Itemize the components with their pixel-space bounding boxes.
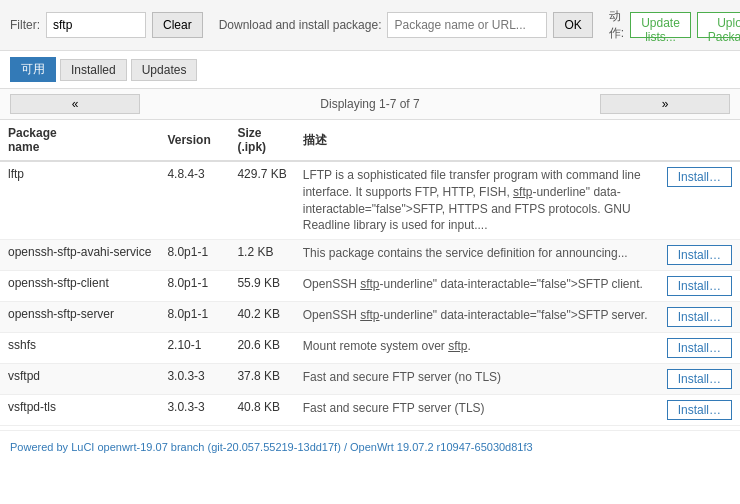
package-size: 40.2 KB	[229, 302, 294, 333]
package-size: 55.9 KB	[229, 271, 294, 302]
package-name: openssh-sftp-avahi-service	[0, 240, 159, 271]
install-button[interactable]: Install	[667, 245, 732, 265]
download-label: Download and install package:	[219, 18, 382, 32]
table-row: lftp 4.8.4-3 429.7 KB LFTP is a sophisti…	[0, 161, 740, 240]
tab-installed[interactable]: Installed	[60, 59, 127, 81]
col-header-action	[659, 120, 740, 161]
actions-label: 动作:	[609, 8, 624, 42]
table-row: openssh-sftp-avahi-service 8.0p1-1 1.2 K…	[0, 240, 740, 271]
package-size: 37.8 KB	[229, 364, 294, 395]
package-name: sshfs	[0, 333, 159, 364]
prev-page-button[interactable]: «	[10, 94, 140, 114]
install-cell: Install	[659, 333, 740, 364]
install-button[interactable]: Install	[667, 307, 732, 327]
install-cell: Install	[659, 240, 740, 271]
package-desc: Fast and secure FTP server (no TLS)	[295, 364, 659, 395]
install-cell: Install	[659, 302, 740, 333]
install-cell: Install	[659, 271, 740, 302]
package-name: lftp	[0, 161, 159, 240]
install-button[interactable]: Install	[667, 276, 732, 296]
clear-button[interactable]: Clear	[152, 12, 203, 38]
url-input[interactable]	[387, 12, 547, 38]
install-cell: Install	[659, 395, 740, 426]
package-version: 8.0p1-1	[159, 271, 229, 302]
package-version: 8.0p1-1	[159, 302, 229, 333]
filter-section: Filter: Clear	[10, 12, 203, 38]
table-row: openssh-sftp-server 8.0p1-1 40.2 KB Open…	[0, 302, 740, 333]
col-header-name: Packagename	[0, 120, 159, 161]
package-name: openssh-sftp-client	[0, 271, 159, 302]
table-row: vsftpd 3.0.3-3 37.8 KB Fast and secure F…	[0, 364, 740, 395]
package-name: openssh-sftp-server	[0, 302, 159, 333]
package-desc: Fast and secure FTP server (TLS)	[295, 395, 659, 426]
package-version: 4.8.4-3	[159, 161, 229, 240]
package-version: 8.0p1-1	[159, 240, 229, 271]
package-desc: This package contains the service defini…	[295, 240, 659, 271]
package-size: 429.7 KB	[229, 161, 294, 240]
col-header-version: Version	[159, 120, 229, 161]
sftp-underline: sftp	[448, 339, 467, 353]
package-version: 2.10-1	[159, 333, 229, 364]
install-button[interactable]: Install	[667, 400, 732, 420]
<span class=: sftp	[513, 185, 532, 199]
top-bar: Filter: Clear Download and install packa…	[0, 0, 740, 51]
<span class=: sftp	[360, 308, 379, 322]
filter-label: Filter:	[10, 18, 40, 32]
footer: Powered by LuCI openwrt-19.07 branch (gi…	[0, 430, 740, 463]
table-row: vsftpd-tls 3.0.3-3 40.8 KB Fast and secu…	[0, 395, 740, 426]
install-button[interactable]: Install	[667, 167, 732, 187]
next-page-button[interactable]: »	[600, 94, 730, 114]
ok-button[interactable]: OK	[553, 12, 592, 38]
install-button[interactable]: Install	[667, 369, 732, 389]
download-section: Download and install package: OK	[219, 12, 593, 38]
actions-section: 动作: Update lists... Upload Package... Co…	[609, 8, 740, 42]
tab-updates[interactable]: Updates	[131, 59, 198, 81]
package-desc: LFTP is a sophisticated file transfer pr…	[295, 161, 659, 240]
table-row: sshfs 2.10-1 20.6 KB Mount remote system…	[0, 333, 740, 364]
package-name: vsftpd	[0, 364, 159, 395]
tabs-bar: 可用 Installed Updates	[0, 51, 740, 89]
package-version: 3.0.3-3	[159, 364, 229, 395]
col-header-size: Size(.ipk)	[229, 120, 294, 161]
filter-input[interactable]	[46, 12, 146, 38]
package-desc: Mount remote system over sftp.	[295, 333, 659, 364]
package-name: vsftpd-tls	[0, 395, 159, 426]
package-size: 40.8 KB	[229, 395, 294, 426]
package-version: 3.0.3-3	[159, 395, 229, 426]
tab-available[interactable]: 可用	[10, 57, 56, 82]
package-size: 1.2 KB	[229, 240, 294, 271]
install-cell: Install	[659, 364, 740, 395]
<span class=: sftp	[360, 277, 379, 291]
package-table: Packagename Version Size(.ipk) 描述 lftp 4…	[0, 120, 740, 426]
table-header-row: Packagename Version Size(.ipk) 描述	[0, 120, 740, 161]
package-desc: OpenSSH sftp-underline" data-interactabl…	[295, 302, 659, 333]
pagination-info: Displaying 1-7 of 7	[320, 97, 419, 111]
footer-text: Powered by LuCI openwrt-19.07 branch (gi…	[10, 441, 533, 453]
package-desc: OpenSSH sftp-underline" data-interactabl…	[295, 271, 659, 302]
package-size: 20.6 KB	[229, 333, 294, 364]
update-lists-button[interactable]: Update lists...	[630, 12, 691, 38]
install-cell: Install	[659, 161, 740, 240]
table-row: openssh-sftp-client 8.0p1-1 55.9 KB Open…	[0, 271, 740, 302]
install-button[interactable]: Install	[667, 338, 732, 358]
pagination-bar: « Displaying 1-7 of 7 »	[0, 89, 740, 120]
col-header-desc: 描述	[295, 120, 659, 161]
upload-package-button[interactable]: Upload Package...	[697, 12, 740, 38]
